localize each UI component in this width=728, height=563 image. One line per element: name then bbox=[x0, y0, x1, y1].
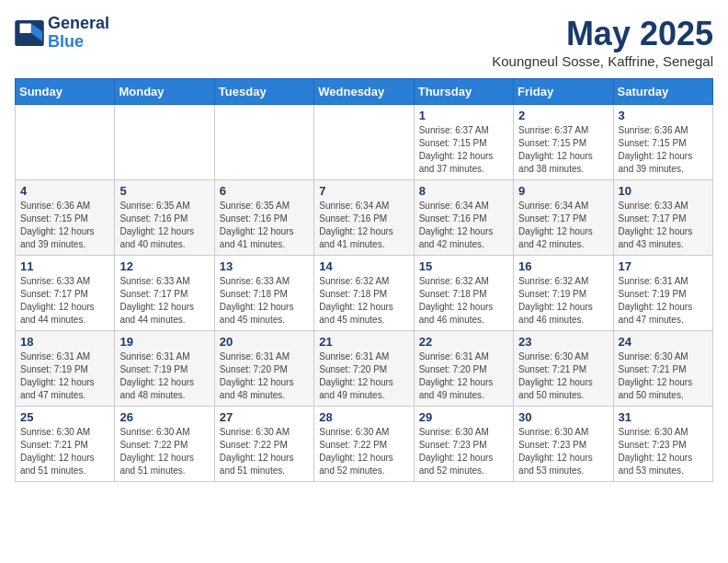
day-number: 15 bbox=[419, 259, 508, 273]
calendar-cell: 24Sunrise: 6:30 AM Sunset: 7:21 PM Dayli… bbox=[613, 331, 712, 407]
weekday-sunday: Sunday bbox=[16, 79, 115, 105]
calendar-cell: 22Sunrise: 6:31 AM Sunset: 7:20 PM Dayli… bbox=[414, 331, 513, 407]
day-number: 5 bbox=[119, 184, 209, 198]
page-header: GeneralBlue May 2025 Koungneul Sosse, Ka… bbox=[15, 15, 713, 69]
calendar-week-5: 25Sunrise: 6:30 AM Sunset: 7:21 PM Dayli… bbox=[16, 407, 713, 482]
day-number: 20 bbox=[220, 335, 309, 349]
calendar-cell: 27Sunrise: 6:30 AM Sunset: 7:22 PM Dayli… bbox=[214, 407, 313, 482]
day-info: Sunrise: 6:33 AM Sunset: 7:18 PM Dayligh… bbox=[220, 275, 309, 327]
title-block: May 2025 Koungneul Sosse, Kaffrine, Sene… bbox=[492, 15, 713, 69]
calendar-cell: 17Sunrise: 6:31 AM Sunset: 7:19 PM Dayli… bbox=[613, 256, 712, 331]
day-info: Sunrise: 6:33 AM Sunset: 7:17 PM Dayligh… bbox=[119, 275, 209, 327]
calendar-cell: 21Sunrise: 6:31 AM Sunset: 7:20 PM Dayli… bbox=[314, 331, 414, 407]
calendar-cell: 18Sunrise: 6:31 AM Sunset: 7:19 PM Dayli… bbox=[16, 331, 115, 407]
day-info: Sunrise: 6:31 AM Sunset: 7:20 PM Dayligh… bbox=[220, 350, 309, 402]
calendar-cell: 20Sunrise: 6:31 AM Sunset: 7:20 PM Dayli… bbox=[214, 331, 313, 407]
day-info: Sunrise: 6:36 AM Sunset: 7:15 PM Dayligh… bbox=[20, 200, 109, 251]
day-info: Sunrise: 6:32 AM Sunset: 7:18 PM Dayligh… bbox=[419, 275, 508, 327]
day-number: 23 bbox=[518, 335, 608, 349]
calendar-cell: 29Sunrise: 6:30 AM Sunset: 7:23 PM Dayli… bbox=[414, 407, 513, 482]
day-info: Sunrise: 6:30 AM Sunset: 7:22 PM Dayligh… bbox=[220, 426, 309, 477]
calendar-cell: 16Sunrise: 6:32 AM Sunset: 7:19 PM Dayli… bbox=[514, 256, 613, 331]
day-info: Sunrise: 6:30 AM Sunset: 7:22 PM Dayligh… bbox=[119, 426, 209, 477]
calendar-cell: 5Sunrise: 6:35 AM Sunset: 7:16 PM Daylig… bbox=[115, 180, 214, 256]
day-info: Sunrise: 6:30 AM Sunset: 7:22 PM Dayligh… bbox=[319, 426, 408, 477]
calendar-cell: 1Sunrise: 6:37 AM Sunset: 7:15 PM Daylig… bbox=[414, 105, 513, 180]
day-info: Sunrise: 6:35 AM Sunset: 7:16 PM Dayligh… bbox=[220, 200, 309, 251]
day-info: Sunrise: 6:37 AM Sunset: 7:15 PM Dayligh… bbox=[518, 124, 608, 176]
calendar-cell: 6Sunrise: 6:35 AM Sunset: 7:16 PM Daylig… bbox=[214, 180, 313, 256]
day-info: Sunrise: 6:35 AM Sunset: 7:16 PM Dayligh… bbox=[119, 200, 209, 251]
calendar-table: SundayMondayTuesdayWednesdayThursdayFrid… bbox=[15, 78, 713, 482]
weekday-thursday: Thursday bbox=[414, 79, 513, 105]
logo-icon bbox=[15, 20, 44, 46]
day-info: Sunrise: 6:30 AM Sunset: 7:23 PM Dayligh… bbox=[619, 426, 708, 477]
calendar-cell: 8Sunrise: 6:34 AM Sunset: 7:16 PM Daylig… bbox=[414, 180, 513, 256]
day-info: Sunrise: 6:37 AM Sunset: 7:15 PM Dayligh… bbox=[419, 124, 508, 176]
day-number: 16 bbox=[518, 259, 608, 273]
calendar-cell bbox=[314, 105, 414, 180]
day-info: Sunrise: 6:31 AM Sunset: 7:20 PM Dayligh… bbox=[419, 350, 508, 402]
calendar-cell bbox=[214, 105, 313, 180]
day-info: Sunrise: 6:32 AM Sunset: 7:18 PM Dayligh… bbox=[319, 275, 408, 327]
day-number: 14 bbox=[319, 259, 408, 273]
calendar-cell: 15Sunrise: 6:32 AM Sunset: 7:18 PM Dayli… bbox=[414, 256, 513, 331]
weekday-wednesday: Wednesday bbox=[314, 79, 414, 105]
calendar-week-1: 1Sunrise: 6:37 AM Sunset: 7:15 PM Daylig… bbox=[16, 105, 713, 180]
calendar-cell: 25Sunrise: 6:30 AM Sunset: 7:21 PM Dayli… bbox=[16, 407, 115, 482]
day-number: 1 bbox=[419, 109, 508, 122]
calendar-cell: 19Sunrise: 6:31 AM Sunset: 7:19 PM Dayli… bbox=[115, 331, 214, 407]
calendar-cell: 31Sunrise: 6:30 AM Sunset: 7:23 PM Dayli… bbox=[613, 407, 712, 482]
day-info: Sunrise: 6:31 AM Sunset: 7:19 PM Dayligh… bbox=[619, 275, 708, 327]
day-number: 29 bbox=[419, 410, 508, 424]
calendar-cell: 9Sunrise: 6:34 AM Sunset: 7:17 PM Daylig… bbox=[514, 180, 613, 256]
day-number: 28 bbox=[319, 410, 408, 424]
day-info: Sunrise: 6:31 AM Sunset: 7:20 PM Dayligh… bbox=[319, 350, 408, 402]
calendar-cell: 23Sunrise: 6:30 AM Sunset: 7:21 PM Dayli… bbox=[514, 331, 613, 407]
weekday-tuesday: Tuesday bbox=[214, 79, 313, 105]
day-info: Sunrise: 6:30 AM Sunset: 7:21 PM Dayligh… bbox=[518, 350, 608, 402]
day-number: 13 bbox=[220, 259, 309, 273]
logo-name: GeneralBlue bbox=[48, 15, 109, 52]
calendar-cell: 10Sunrise: 6:33 AM Sunset: 7:17 PM Dayli… bbox=[613, 180, 712, 256]
location-title: Koungneul Sosse, Kaffrine, Senegal bbox=[492, 53, 713, 69]
day-info: Sunrise: 6:34 AM Sunset: 7:17 PM Dayligh… bbox=[518, 200, 608, 251]
day-number: 10 bbox=[619, 184, 708, 198]
svg-marker-2 bbox=[20, 23, 31, 33]
day-info: Sunrise: 6:34 AM Sunset: 7:16 PM Dayligh… bbox=[319, 200, 408, 251]
weekday-row: SundayMondayTuesdayWednesdayThursdayFrid… bbox=[16, 79, 713, 105]
day-number: 27 bbox=[220, 410, 309, 424]
day-number: 31 bbox=[619, 410, 708, 424]
logo-text: GeneralBlue bbox=[48, 15, 109, 52]
day-info: Sunrise: 6:34 AM Sunset: 7:16 PM Dayligh… bbox=[419, 200, 508, 251]
calendar-cell bbox=[115, 105, 214, 180]
day-info: Sunrise: 6:36 AM Sunset: 7:15 PM Dayligh… bbox=[619, 124, 708, 176]
calendar-body: 1Sunrise: 6:37 AM Sunset: 7:15 PM Daylig… bbox=[16, 105, 713, 482]
day-number: 8 bbox=[419, 184, 508, 198]
day-number: 18 bbox=[20, 335, 109, 349]
day-number: 6 bbox=[220, 184, 309, 198]
calendar-cell: 3Sunrise: 6:36 AM Sunset: 7:15 PM Daylig… bbox=[613, 105, 712, 180]
day-info: Sunrise: 6:30 AM Sunset: 7:23 PM Dayligh… bbox=[518, 426, 608, 477]
day-number: 22 bbox=[419, 335, 508, 349]
calendar-cell: 4Sunrise: 6:36 AM Sunset: 7:15 PM Daylig… bbox=[16, 180, 115, 256]
day-number: 25 bbox=[20, 410, 109, 424]
day-info: Sunrise: 6:31 AM Sunset: 7:19 PM Dayligh… bbox=[20, 350, 109, 402]
day-number: 26 bbox=[119, 410, 209, 424]
day-info: Sunrise: 6:30 AM Sunset: 7:21 PM Dayligh… bbox=[20, 426, 109, 477]
calendar-week-2: 4Sunrise: 6:36 AM Sunset: 7:15 PM Daylig… bbox=[16, 180, 713, 256]
weekday-friday: Friday bbox=[514, 79, 613, 105]
day-info: Sunrise: 6:31 AM Sunset: 7:19 PM Dayligh… bbox=[119, 350, 209, 402]
logo: GeneralBlue bbox=[15, 15, 109, 52]
day-number: 19 bbox=[119, 335, 209, 349]
day-number: 17 bbox=[619, 259, 708, 273]
month-title: May 2025 bbox=[492, 15, 713, 53]
calendar-cell: 28Sunrise: 6:30 AM Sunset: 7:22 PM Dayli… bbox=[314, 407, 414, 482]
day-info: Sunrise: 6:33 AM Sunset: 7:17 PM Dayligh… bbox=[20, 275, 109, 327]
calendar-cell: 30Sunrise: 6:30 AM Sunset: 7:23 PM Dayli… bbox=[514, 407, 613, 482]
day-number: 30 bbox=[518, 410, 608, 424]
calendar-cell: 11Sunrise: 6:33 AM Sunset: 7:17 PM Dayli… bbox=[16, 256, 115, 331]
weekday-monday: Monday bbox=[115, 79, 214, 105]
day-number: 24 bbox=[619, 335, 708, 349]
day-info: Sunrise: 6:30 AM Sunset: 7:21 PM Dayligh… bbox=[619, 350, 708, 402]
